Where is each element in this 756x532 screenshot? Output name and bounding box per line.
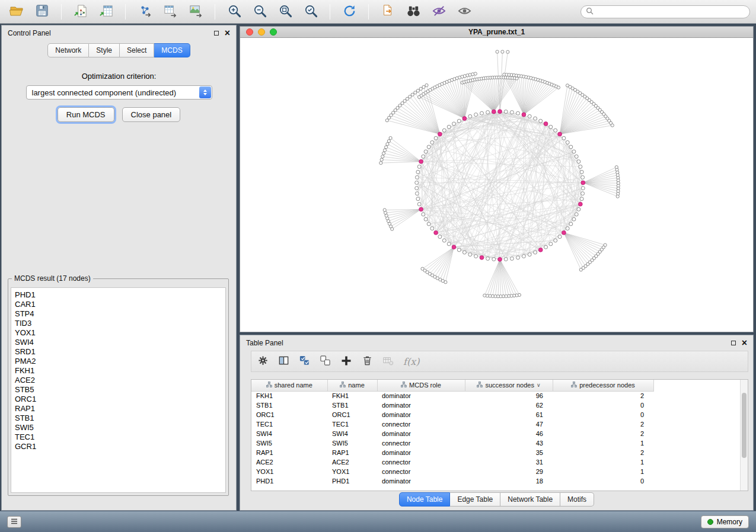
mcds-result-item[interactable]: STB5 <box>15 385 225 395</box>
add-column-button[interactable] <box>340 355 352 368</box>
mcds-result-item[interactable]: STP4 <box>15 309 225 319</box>
table-cell: 2 <box>553 429 653 438</box>
mcds-result-item[interactable]: TEC1 <box>15 432 225 442</box>
table-row[interactable]: PHD1PHD1dominator180 <box>251 476 653 486</box>
mcds-result-item[interactable]: FKH1 <box>15 366 225 376</box>
close-window-button[interactable] <box>246 28 253 36</box>
select-all-button[interactable] <box>299 355 310 368</box>
export-network-icon <box>138 4 152 20</box>
column-header-predecessor-nodes[interactable]: predecessor nodes <box>553 380 653 391</box>
tab-network[interactable]: Network <box>47 43 89 57</box>
table-cell: 31 <box>465 457 553 467</box>
copy-document-button[interactable] <box>377 2 398 21</box>
search-input[interactable] <box>596 7 749 17</box>
control-panel: Control Panel × NetworkStyleSelectMCDS O… <box>1 25 237 511</box>
close-panel-button[interactable]: Close panel <box>122 107 181 122</box>
refresh-view-button[interactable] <box>339 2 360 21</box>
table-scrollbar[interactable] <box>740 380 748 491</box>
export-image-button[interactable] <box>185 2 206 21</box>
table-row[interactable]: STB1STB1dominator620 <box>251 400 653 410</box>
zoom-in-icon <box>227 4 242 20</box>
tab-node-table[interactable]: Node Table <box>399 492 451 507</box>
mcds-result-item[interactable]: GCR1 <box>15 442 225 451</box>
float-panel-icon[interactable] <box>214 31 219 36</box>
function-builder-button[interactable]: f(x) <box>403 356 419 367</box>
network-graph[interactable] <box>240 38 753 332</box>
memory-button[interactable]: Memory <box>701 515 749 528</box>
table-cell: FKH1 <box>251 391 327 400</box>
table-panel-tabs: Node TableEdge TableNetwork TableMotifs <box>399 492 594 507</box>
show-details-button[interactable] <box>454 2 475 21</box>
show-columns-button[interactable] <box>278 355 289 368</box>
close-panel-icon[interactable]: × <box>742 339 747 347</box>
column-header-name[interactable]: name <box>327 380 377 391</box>
criterion-dropdown[interactable]: largest connected component (undirected) <box>26 85 212 100</box>
table-cell: RAP1 <box>327 448 377 457</box>
table-row[interactable]: RAP1RAP1dominator352 <box>251 448 653 457</box>
table-row[interactable]: ORC1ORC1dominator610 <box>251 410 653 419</box>
table-cell: 0 <box>553 476 653 486</box>
zoom-fit-button[interactable] <box>275 2 296 21</box>
run-mcds-button[interactable]: Run MCDS <box>58 107 114 122</box>
column-header-shared-name[interactable]: shared name <box>251 380 327 391</box>
hide-details-button[interactable] <box>428 2 449 21</box>
table-header-row: shared namenameMCDS rolesuccessor nodes∨… <box>251 380 653 391</box>
zoom-out-button[interactable] <box>249 2 270 21</box>
mcds-result-item[interactable]: CAR1 <box>15 300 225 309</box>
table-cell: TEC1 <box>327 419 377 429</box>
open-session-button[interactable] <box>6 2 27 21</box>
delete-column-button[interactable] <box>362 355 373 368</box>
mcds-result-item[interactable]: STB1 <box>15 414 225 423</box>
table-row[interactable]: SWI4SWI4dominator462 <box>251 429 653 438</box>
mcds-result-list[interactable]: PHD1CAR1STP4TID3YOX1SWI4SRD1PMA2FKH1ACE2… <box>11 287 226 493</box>
table-cell: PHD1 <box>327 476 377 486</box>
column-header-MCDS-role[interactable]: MCDS role <box>377 380 465 391</box>
mcds-result-item[interactable]: SWI5 <box>15 423 225 432</box>
minimize-window-button[interactable] <box>258 28 265 36</box>
save-session-button[interactable] <box>31 2 53 21</box>
network-canvas[interactable] <box>240 38 753 332</box>
maximize-window-button[interactable] <box>270 28 277 36</box>
column-header-successor-nodes[interactable]: successor nodes∨ <box>465 380 553 391</box>
zoom-selected-button[interactable] <box>300 2 321 21</box>
mcds-result-item[interactable]: RAP1 <box>15 404 225 414</box>
close-panel-icon[interactable]: × <box>225 30 230 37</box>
tab-network-table[interactable]: Network Table <box>500 492 560 507</box>
mcds-result-item[interactable]: SRD1 <box>15 347 225 357</box>
mcds-result-item[interactable]: PMA2 <box>15 357 225 366</box>
table-row[interactable]: YOX1YOX1connector291 <box>251 467 653 476</box>
toolbar-separator <box>330 4 330 20</box>
import-table-button[interactable] <box>95 2 117 21</box>
tab-motifs[interactable]: Motifs <box>560 492 594 507</box>
zoom-in-button[interactable] <box>224 2 245 21</box>
mcds-result-item[interactable]: PHD1 <box>15 290 225 300</box>
table-row[interactable]: ACE2ACE2connector311 <box>251 457 653 467</box>
tab-select[interactable]: Select <box>120 43 154 57</box>
mcds-result-item[interactable]: SWI4 <box>15 338 225 347</box>
tab-style[interactable]: Style <box>89 43 120 57</box>
table-row[interactable]: FKH1FKH1dominator962 <box>251 391 653 400</box>
panel-menu-button[interactable] <box>7 516 21 528</box>
attribute-type-icon <box>571 382 577 389</box>
table-settings-button[interactable] <box>257 355 269 368</box>
import-network-button[interactable] <box>70 2 91 21</box>
tab-edge-table[interactable]: Edge Table <box>450 492 500 507</box>
export-network-button[interactable] <box>134 2 155 21</box>
deselect-all-button[interactable] <box>320 355 331 368</box>
table-row[interactable]: TEC1TEC1connector472 <box>251 419 653 429</box>
mcds-result-item[interactable]: ORC1 <box>15 395 225 404</box>
mcds-result-item[interactable]: TID3 <box>15 319 225 328</box>
mcds-result-item[interactable]: YOX1 <box>15 328 225 338</box>
table-cell: 0 <box>553 400 653 410</box>
export-table-button[interactable] <box>160 2 181 21</box>
mcds-result-item[interactable]: ACE2 <box>15 376 225 385</box>
network-window-titlebar[interactable]: YPA_prune.txt_1 <box>240 27 753 38</box>
tab-mcds[interactable]: MCDS <box>154 43 190 57</box>
float-panel-icon[interactable] <box>731 341 736 345</box>
table-cell: 61 <box>465 410 553 419</box>
delete-table-button[interactable] <box>382 355 394 368</box>
scrollbar-thumb[interactable] <box>742 393 747 458</box>
search-network-button[interactable] <box>403 2 424 21</box>
memory-status-icon <box>707 519 713 525</box>
table-row[interactable]: SWI5SWI5connector431 <box>251 438 653 448</box>
